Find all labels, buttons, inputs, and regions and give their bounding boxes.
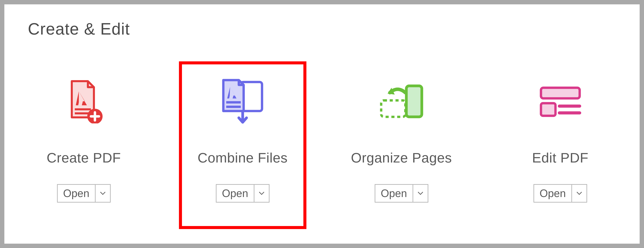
svg-rect-9 [406, 86, 422, 117]
svg-rect-11 [541, 88, 580, 98]
tool-label: Combine Files [198, 150, 288, 166]
tool-label: Edit PDF [532, 150, 588, 166]
open-button[interactable]: Open [216, 184, 254, 202]
svg-rect-10 [381, 100, 405, 117]
edit-pdf-icon [532, 76, 589, 126]
open-dropdown-button[interactable] [254, 184, 270, 202]
open-button-group: Open [216, 184, 270, 202]
open-dropdown-button[interactable] [413, 184, 428, 202]
tool-card-organize-pages[interactable]: Organize Pages Open [338, 61, 465, 229]
svg-rect-12 [541, 103, 556, 116]
chevron-down-icon [418, 192, 423, 195]
tools-panel: Create & Edit C [4, 4, 640, 244]
open-button-group: Open [57, 184, 111, 202]
tool-row: Create PDF Open [4, 61, 640, 232]
open-dropdown-button[interactable] [572, 184, 587, 202]
create-pdf-icon [55, 76, 112, 126]
open-button[interactable]: Open [375, 184, 413, 202]
open-button[interactable]: Open [57, 184, 96, 202]
tool-card-edit-pdf[interactable]: Edit PDF Open [496, 61, 624, 229]
open-button-group: Open [375, 184, 428, 202]
tool-card-create-pdf[interactable]: Create PDF Open [20, 61, 148, 229]
tool-card-combine-files[interactable]: Combine Files Open [179, 61, 306, 229]
tool-label: Create PDF [46, 150, 121, 166]
organize-pages-icon [373, 76, 430, 126]
chevron-down-icon [100, 192, 106, 195]
combine-files-icon [214, 76, 271, 126]
open-dropdown-button[interactable] [96, 184, 111, 202]
chevron-down-icon [259, 192, 264, 195]
tool-label: Organize Pages [351, 150, 452, 166]
open-button[interactable]: Open [534, 184, 572, 202]
open-button-group: Open [534, 184, 587, 202]
chevron-down-icon [576, 192, 582, 195]
section-title: Create & Edit [28, 20, 130, 38]
